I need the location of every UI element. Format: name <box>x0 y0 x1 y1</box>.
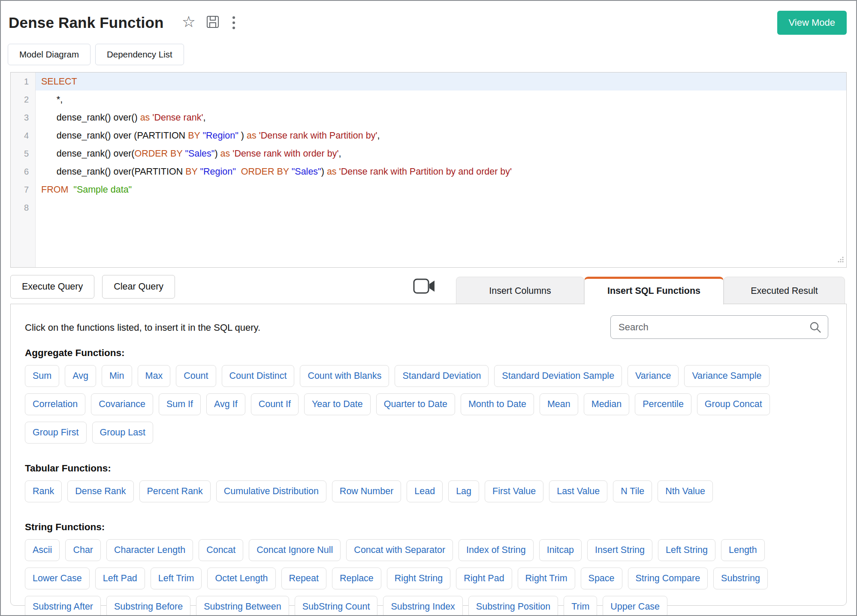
view-mode-button[interactable]: View Mode <box>777 11 847 35</box>
code-line[interactable]: 8 <box>11 199 846 217</box>
function-chip-left-pad[interactable]: Left Pad <box>95 568 145 589</box>
function-chip-index-of-string[interactable]: Index of String <box>459 539 534 561</box>
function-chip-substring-before[interactable]: Substring Before <box>106 596 190 616</box>
function-chip-concat-ignore-null[interactable]: Concat Ignore Null <box>249 539 341 561</box>
function-chip-last-value[interactable]: Last Value <box>549 480 607 502</box>
function-chip-group-concat[interactable]: Group Concat <box>697 393 770 415</box>
function-chip-sum[interactable]: Sum <box>25 365 59 387</box>
function-chip-variance-sample[interactable]: Variance Sample <box>684 365 769 387</box>
function-chip-length[interactable]: Length <box>721 539 765 561</box>
function-chip-avg[interactable]: Avg <box>65 365 96 387</box>
function-chip-left-trim[interactable]: Left Trim <box>151 568 202 589</box>
function-chip-repeat[interactable]: Repeat <box>281 568 326 589</box>
function-chip-concat[interactable]: Concat <box>199 539 243 561</box>
function-chip-first-value[interactable]: First Value <box>485 480 543 502</box>
chips-string: AsciiCharCharacter LengthConcatConcat Ig… <box>25 539 834 616</box>
function-chip-substring-between[interactable]: Substring Between <box>196 596 289 616</box>
function-chip-right-trim[interactable]: Right Trim <box>518 568 575 589</box>
function-chip-percentile[interactable]: Percentile <box>635 393 691 415</box>
function-chip-replace[interactable]: Replace <box>332 568 381 589</box>
function-chip-count[interactable]: Count <box>176 365 216 387</box>
tab-executed-result[interactable]: Executed Result <box>724 277 845 304</box>
video-camera-icon[interactable] <box>413 278 435 296</box>
code-text: dense_rank() over (PARTITION BY "Region"… <box>36 127 846 145</box>
function-chip-insert-string[interactable]: Insert String <box>587 539 652 561</box>
function-chip-right-pad[interactable]: Right Pad <box>456 568 512 589</box>
function-chip-variance[interactable]: Variance <box>628 365 679 387</box>
function-chip-count-if[interactable]: Count If <box>251 393 299 415</box>
model-diagram-button[interactable]: Model Diagram <box>8 44 91 65</box>
function-chip-group-first[interactable]: Group First <box>25 422 87 444</box>
function-chip-substring-count[interactable]: SubString Count <box>295 596 378 616</box>
code-line[interactable]: 7FROM "Sample data" <box>11 181 846 199</box>
function-chip-sum-if[interactable]: Sum If <box>159 393 201 415</box>
favorite-star-icon[interactable]: ☆ <box>182 14 196 30</box>
function-chip-lower-case[interactable]: Lower Case <box>25 568 90 589</box>
panel-head: Click on the functions listed, to insert… <box>25 314 834 339</box>
function-chip-min[interactable]: Min <box>102 365 132 387</box>
function-chip-char[interactable]: Char <box>65 539 101 561</box>
function-chip-avg-if[interactable]: Avg If <box>206 393 245 415</box>
function-chip-character-length[interactable]: Character Length <box>106 539 193 561</box>
function-chip-ascii[interactable]: Ascii <box>25 539 60 561</box>
function-chip-month-to-date[interactable]: Month to Date <box>461 393 534 415</box>
code-line[interactable]: 1SELECT <box>11 72 846 91</box>
code-line[interactable]: 3 dense_rank() over() as 'Dense rank', <box>11 109 846 127</box>
resize-grip-icon[interactable] <box>837 255 844 266</box>
function-chip-standard-deviation[interactable]: Standard Deviation <box>395 365 489 387</box>
code-line[interactable]: 2 *, <box>11 91 846 109</box>
function-chip-substring-after[interactable]: Substring After <box>25 596 101 616</box>
sql-editor[interactable]: 1SELECT2 *,3 dense_rank() over() as 'Den… <box>10 72 847 268</box>
function-chip-trim[interactable]: Trim <box>564 596 597 616</box>
function-chip-substring[interactable]: Substring <box>713 568 768 589</box>
function-chip-year-to-date[interactable]: Year to Date <box>304 393 371 415</box>
execute-query-button[interactable]: Execute Query <box>10 275 94 299</box>
function-chip-cumulative-distribution[interactable]: Cumulative Distribution <box>216 480 326 502</box>
code-line[interactable]: 6 dense_rank() over(PARTITION BY "Region… <box>11 163 846 181</box>
search-input[interactable] <box>610 315 828 339</box>
function-chip-string-compare[interactable]: String Compare <box>628 568 708 589</box>
function-chip-space[interactable]: Space <box>581 568 622 589</box>
clear-query-button[interactable]: Clear Query <box>102 275 175 299</box>
tab-insert-columns[interactable]: Insert Columns <box>456 277 584 304</box>
code-text: SELECT <box>36 72 846 91</box>
function-chip-mean[interactable]: Mean <box>540 393 578 415</box>
function-chip-group-last[interactable]: Group Last <box>92 422 153 444</box>
function-chip-substring-index[interactable]: Substring Index <box>383 596 462 616</box>
chips-aggregate: SumAvgMinMaxCountCount DistinctCount wit… <box>25 365 834 450</box>
tab-insert-sql-functions[interactable]: Insert SQL Functions <box>584 277 724 305</box>
dependency-list-button[interactable]: Dependency List <box>95 44 184 65</box>
function-chip-octet-length[interactable]: Octet Length <box>207 568 275 589</box>
function-chip-lead[interactable]: Lead <box>407 480 443 502</box>
function-chip-row-number[interactable]: Row Number <box>332 480 401 502</box>
function-chip-rank[interactable]: Rank <box>25 480 62 502</box>
save-icon[interactable] <box>206 15 220 30</box>
function-chip-substring-position[interactable]: Substring Position <box>468 596 558 616</box>
editor-empty-area[interactable] <box>11 217 846 267</box>
function-chip-upper-case[interactable]: Upper Case <box>603 596 667 616</box>
line-number: 3 <box>11 109 36 127</box>
function-chip-n-tile[interactable]: N Tile <box>613 480 652 502</box>
function-chip-lag[interactable]: Lag <box>448 480 479 502</box>
function-chip-quarter-to-date[interactable]: Quarter to Date <box>376 393 455 415</box>
search-icon[interactable] <box>809 321 822 335</box>
line-number: 2 <box>11 91 36 109</box>
function-chip-left-string[interactable]: Left String <box>658 539 715 561</box>
function-chip-max[interactable]: Max <box>138 365 171 387</box>
function-chip-right-string[interactable]: Right String <box>387 568 450 589</box>
code-line[interactable]: 4 dense_rank() over (PARTITION BY "Regio… <box>11 127 846 145</box>
function-chip-correlation[interactable]: Correlation <box>25 393 85 415</box>
code-line[interactable]: 5 dense_rank() over(ORDER BY "Sales") as… <box>11 145 846 163</box>
function-chip-percent-rank[interactable]: Percent Rank <box>139 480 211 502</box>
function-chip-standard-deviation-sample[interactable]: Standard Deviation Sample <box>494 365 622 387</box>
functions-panel: Click on the functions listed, to insert… <box>10 304 847 606</box>
function-chip-dense-rank[interactable]: Dense Rank <box>67 480 133 502</box>
function-chip-nth-value[interactable]: Nth Value <box>658 480 713 502</box>
more-options-icon[interactable] <box>230 15 238 30</box>
function-chip-concat-with-separator[interactable]: Concat with Separator <box>346 539 453 561</box>
function-chip-median[interactable]: Median <box>584 393 630 415</box>
function-chip-count-with-blanks[interactable]: Count with Blanks <box>300 365 389 387</box>
function-chip-initcap[interactable]: Initcap <box>539 539 582 561</box>
function-chip-covariance[interactable]: Covariance <box>91 393 153 415</box>
function-chip-count-distinct[interactable]: Count Distinct <box>222 365 295 387</box>
